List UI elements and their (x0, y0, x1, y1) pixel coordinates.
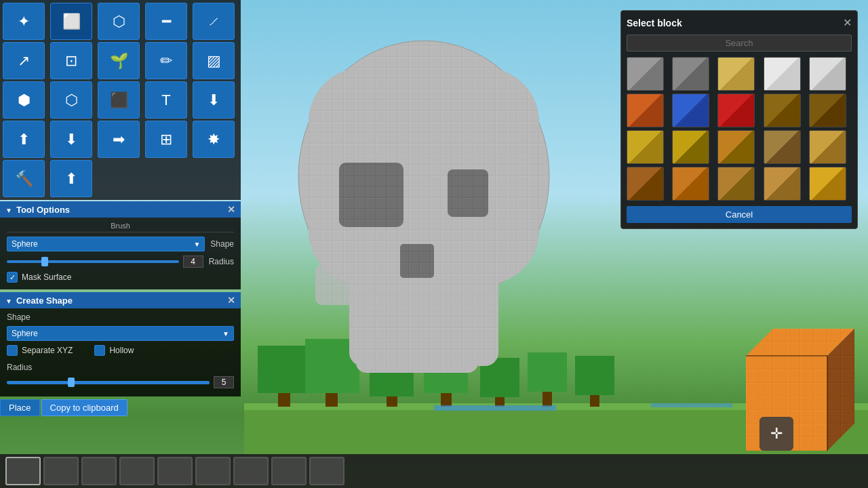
tool-paint[interactable]: ⟋ (193, 3, 235, 40)
tool-pencil[interactable]: ✏ (145, 42, 187, 79)
block-orange[interactable] (627, 94, 664, 127)
hotbar-slot-2[interactable] (43, 457, 79, 485)
shape-dropdown[interactable]: Sphere ▼ (7, 237, 205, 251)
create-shape-panel: ▼Create Shape ✕ Shape Sphere ▼ Separate … (0, 292, 241, 396)
hotbar-slot-3[interactable] (81, 457, 117, 485)
tool-import[interactable]: ⬇ (193, 81, 235, 119)
tool-options-content: Brush Sphere ▼ Shape 4 Radius (0, 218, 241, 289)
separate-xyz-label: Separate XYZ (22, 346, 73, 355)
hotbar (0, 454, 868, 488)
mask-surface-row: Mask Surface (7, 272, 234, 283)
shape-label: Shape (205, 239, 234, 249)
hotbar-slot-6[interactable] (195, 457, 231, 485)
tool-fill[interactable]: ⊡ (50, 42, 92, 79)
create-radius-slider-thumb (68, 378, 75, 387)
block-log[interactable] (764, 94, 801, 127)
hollow-row: Hollow (94, 345, 134, 356)
tool-magic-wand[interactable]: ✦ (3, 3, 45, 40)
block-stair[interactable] (764, 167, 801, 201)
cancel-button[interactable]: Cancel (627, 206, 852, 223)
tool-hammer[interactable]: 🔨 (3, 160, 45, 197)
hotbar-slot-9[interactable] (309, 457, 344, 485)
svg-rect-29 (400, 244, 434, 278)
hollow-label: Hollow (109, 346, 134, 355)
block-red[interactable] (717, 94, 755, 127)
create-radius-value[interactable]: 5 (214, 376, 234, 388)
tool-select-rect[interactable]: ⬜ (50, 3, 92, 40)
shape-field-row: Sphere ▼ Shape (7, 237, 234, 251)
block-sand[interactable] (717, 57, 755, 91)
hotbar-slot-5[interactable] (157, 457, 193, 485)
hollow-checkbox[interactable] (94, 345, 105, 356)
block-search-input[interactable] (627, 35, 852, 52)
create-shape-title: Create Shape (16, 296, 73, 306)
tool-terrain-sculpt[interactable]: ⬢ (3, 81, 45, 119)
radius-slider-thumb (41, 257, 48, 266)
block-grid (627, 57, 852, 201)
radius-slider-row: 4 Radius (7, 256, 234, 268)
create-shape-content: Shape Sphere ▼ Separate XYZ Hollow (0, 308, 241, 396)
create-radius-slider[interactable] (7, 381, 210, 384)
create-shape-label: Shape (7, 312, 41, 322)
block-white[interactable] (809, 57, 846, 91)
create-radius-label: Radius (7, 363, 41, 372)
hotbar-slot-8[interactable] (271, 457, 307, 485)
tool-spray[interactable]: ▨ (193, 42, 235, 79)
tool-explode[interactable]: ✸ (193, 121, 235, 158)
tool-raise[interactable]: ⬆ (3, 121, 45, 158)
block-sand2[interactable] (809, 130, 846, 164)
block-hay[interactable] (809, 167, 846, 201)
tool-grid[interactable]: ⊞ (145, 121, 187, 158)
action-buttons: Place Copy to clipboard (0, 396, 241, 416)
block-goldbar[interactable] (672, 130, 709, 164)
radius-slider-container: 4 (7, 256, 203, 268)
tool-select-poly[interactable]: ⬡ (98, 3, 140, 40)
tool-options-close[interactable]: ✕ (227, 204, 235, 215)
block-log2[interactable] (809, 94, 846, 127)
tool-plant[interactable]: 🌱 (98, 42, 140, 79)
block-amber[interactable] (672, 167, 709, 201)
create-shape-triangle: ▼ (5, 298, 12, 305)
mask-surface-checkbox[interactable] (7, 272, 18, 283)
mask-surface-label: Mask Surface (22, 272, 71, 282)
block-stone[interactable] (627, 57, 664, 91)
shape-dropdown-value: Sphere (12, 239, 38, 249)
create-shape-field-row: Shape (7, 312, 234, 322)
hotbar-slot-7[interactable] (233, 457, 269, 485)
block-gravel[interactable] (672, 57, 709, 91)
block-door[interactable] (764, 130, 801, 164)
tool-move[interactable]: ➡ (98, 121, 140, 158)
block-brown[interactable] (627, 167, 664, 201)
create-shape-close[interactable]: ✕ (227, 295, 235, 306)
create-shape-dropdown[interactable]: Sphere ▼ (7, 326, 234, 341)
popup-close-btn[interactable]: ✕ (843, 16, 852, 29)
left-toolbar: ✦ ⬜ ⬡ ━ ⟋ ↗ ⊡ 🌱 ✏ ▨ ⬢ ⬡ ⬛ T ⬇ ⬆ ⬇ ➡ ⊞ ✸ … (0, 0, 241, 416)
clipboard-button[interactable]: Copy to clipboard (41, 399, 127, 416)
create-shape-dropdown-value: Sphere (12, 329, 38, 338)
block-chest[interactable] (717, 130, 755, 164)
tool-cube[interactable]: ⬛ (98, 81, 140, 119)
tool-grid: ✦ ⬜ ⬡ ━ ⟋ ↗ ⊡ 🌱 ✏ ▨ ⬢ ⬡ ⬛ T ⬇ ⬆ ⬇ ➡ ⊞ ✸ … (0, 0, 241, 200)
select-block-popup: Select block ✕ Cancel (620, 10, 858, 229)
tool-measure[interactable]: ━ (145, 3, 187, 40)
block-oak[interactable] (717, 167, 755, 201)
separate-xyz-checkbox[interactable] (7, 345, 18, 356)
tool-extract[interactable]: ⬡ (50, 81, 92, 119)
hotbar-slot-4[interactable] (119, 457, 155, 485)
hotbar-slot-1[interactable] (5, 457, 41, 485)
radius-slider[interactable] (7, 260, 179, 263)
radius-value[interactable]: 4 (183, 256, 203, 268)
tool-options-panel: ▼Tool Options ✕ Brush Sphere ▼ Shape 4 (0, 201, 241, 289)
block-snow[interactable] (764, 57, 801, 91)
tool-options-header: ▼Tool Options ✕ (0, 201, 241, 218)
tool-upload[interactable]: ⬆ (50, 160, 92, 197)
tool-text[interactable]: T (145, 81, 187, 119)
block-gold[interactable] (627, 130, 664, 164)
block-blue[interactable] (672, 94, 709, 127)
move-cursor-icon: ✛ (760, 417, 793, 451)
create-radius-slider-row: 5 (7, 376, 234, 388)
place-button[interactable]: Place (0, 399, 40, 416)
tool-lower[interactable]: ⬇ (50, 121, 92, 158)
popup-header: Select block ✕ (627, 16, 852, 29)
tool-pick[interactable]: ↗ (3, 42, 45, 79)
